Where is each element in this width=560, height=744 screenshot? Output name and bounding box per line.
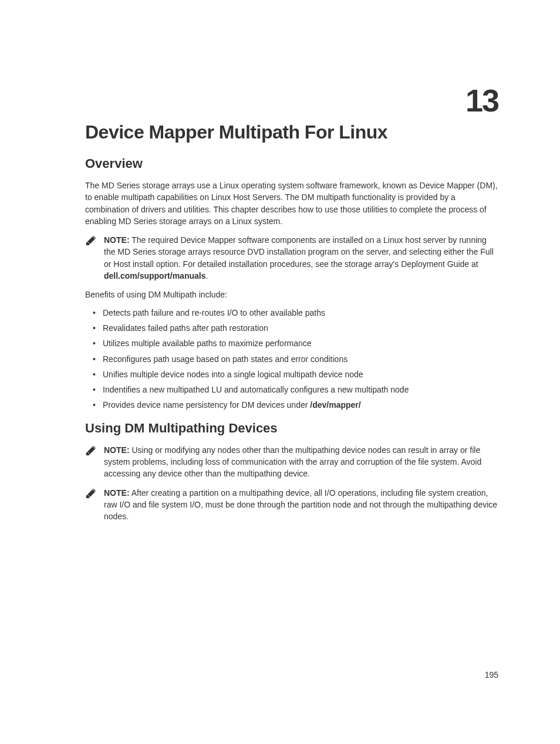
note-label: NOTE: bbox=[104, 235, 130, 245]
document-page: 13 Device Mapper Multipath For Linux Ove… bbox=[0, 0, 560, 565]
page-number: 195 bbox=[485, 670, 498, 679]
note-block-1: NOTE: The required Device Mapper softwar… bbox=[85, 234, 498, 282]
bullet-text: Provides device name persistency for DM … bbox=[103, 400, 310, 410]
note-icon bbox=[85, 488, 97, 498]
note-link: dell.com/support/manuals bbox=[104, 271, 205, 280]
list-item: Unifies multiple device nodes into a sin… bbox=[85, 368, 498, 380]
note-label: NOTE: bbox=[104, 445, 130, 455]
note-icon bbox=[85, 235, 97, 245]
overview-paragraph: The MD Series storage arrays use a Linux… bbox=[85, 180, 498, 227]
chapter-title: Device Mapper Multipath For Linux bbox=[85, 121, 498, 143]
section-overview-title: Overview bbox=[85, 156, 498, 171]
list-item: Detects path failure and re-routes I/O t… bbox=[85, 307, 498, 319]
note-block-2: NOTE: Using or modifying any nodes other… bbox=[85, 444, 498, 480]
note-text-2: NOTE: Using or modifying any nodes other… bbox=[104, 444, 498, 480]
note-body: After creating a partition on a multipat… bbox=[104, 488, 497, 522]
list-item: Utilizes multiple available paths to max… bbox=[85, 337, 498, 349]
note-text-3: NOTE: After creating a partition on a mu… bbox=[104, 487, 498, 523]
note-body: The required Device Mapper software comp… bbox=[104, 235, 494, 269]
list-item: Indentifies a new multipathed LU and aut… bbox=[85, 384, 498, 395]
note-block-3: NOTE: After creating a partition on a mu… bbox=[85, 487, 498, 523]
list-item: Revalidates failed paths after path rest… bbox=[85, 322, 498, 334]
bullet-bold: /dev/mapper/ bbox=[310, 400, 360, 410]
chapter-number: 13 bbox=[85, 82, 498, 119]
benefits-list: Detects path failure and re-routes I/O t… bbox=[85, 307, 498, 411]
list-item: Reconfigures path usage based on path st… bbox=[85, 353, 498, 365]
note-text-1: NOTE: The required Device Mapper softwar… bbox=[104, 234, 498, 282]
section-using-title: Using DM Multipathing Devices bbox=[85, 421, 498, 436]
note-label: NOTE: bbox=[104, 488, 130, 498]
list-item: Provides device name persistency for DM … bbox=[85, 399, 498, 411]
benefits-intro: Benefits of using DM Multipath include: bbox=[85, 289, 498, 300]
note-body: Using or modifying any nodes other than … bbox=[104, 445, 481, 479]
note-icon bbox=[85, 445, 97, 455]
note-after: . bbox=[205, 271, 208, 280]
